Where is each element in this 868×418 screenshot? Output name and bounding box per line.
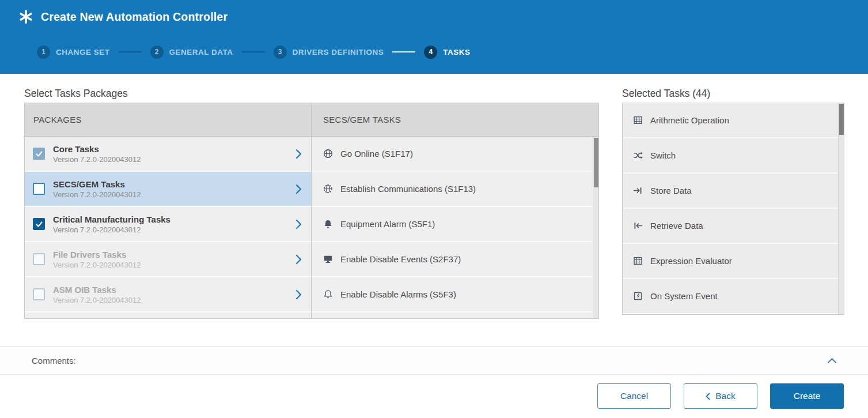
step-1-label: CHANGE SET <box>56 48 110 57</box>
task-label: Establish Communications (S1F13) <box>340 184 476 194</box>
comments-label: Comments: <box>32 356 76 366</box>
retrieve-data-icon <box>633 221 643 231</box>
tasks-scrollbar[interactable] <box>593 137 598 318</box>
task-row-partial <box>312 312 598 318</box>
step-2-circle: 2 <box>150 46 164 59</box>
chevron-right-icon[interactable] <box>295 219 304 229</box>
step-general-data[interactable]: 2 GENERAL DATA <box>150 46 233 59</box>
footer: Comments: Cancel Back Create <box>0 346 868 418</box>
cancel-button[interactable]: Cancel <box>597 383 671 409</box>
table-body: Core Tasks Version 7.2.0-2020043012 SECS… <box>25 137 598 318</box>
step-connector <box>392 51 415 52</box>
packages-table: PACKAGES SECS/GEM TASKS Core Tasks Versi… <box>24 103 599 319</box>
selected-tasks-scrollbar-thumb[interactable] <box>839 104 844 135</box>
step-1-circle: 1 <box>37 46 50 59</box>
cancel-button-label: Cancel <box>620 391 648 401</box>
asterisk-icon <box>19 10 33 24</box>
step-tasks[interactable]: 4 TASKS <box>424 46 470 59</box>
selected-task-label: Retrieve Data <box>650 221 703 231</box>
task-label: Enable Disable Events (S2F37) <box>340 254 461 264</box>
package-text: File Drivers Tasks Version 7.2.0-2020043… <box>53 250 141 269</box>
selected-task-on-system-event[interactable]: On System Event <box>623 279 844 314</box>
chevron-up-icon[interactable] <box>825 355 839 366</box>
package-row-partial <box>25 312 311 318</box>
package-row-asm-oib-tasks[interactable]: ASM OIB Tasks Version 7.2.0-2020043012 <box>25 277 311 312</box>
checkbox-asm-oib-tasks[interactable] <box>33 288 45 300</box>
back-button[interactable]: Back <box>684 383 757 409</box>
selected-task-label: Arithmetic Operation <box>650 115 729 125</box>
task-label: Enable Disable Alarms (S5F3) <box>340 289 456 299</box>
package-name: ASM OIB Tasks <box>53 285 141 295</box>
task-row-enable-disable-events[interactable]: Enable Disable Events (S2F37) <box>312 242 598 277</box>
package-row-critical-manufacturing-tasks[interactable]: Critical Manufacturing Tasks Version 7.2… <box>25 207 311 242</box>
package-version: Version 7.2.0-2020043012 <box>53 296 141 304</box>
back-button-label: Back <box>715 391 735 401</box>
selected-task-expression-evaluator[interactable]: Expression Evaluator <box>623 244 844 279</box>
wizard-header: Create New Automation Controller 1 CHANG… <box>0 0 868 74</box>
checkbox-file-drivers-tasks[interactable] <box>33 253 45 265</box>
package-version: Version 7.2.0-2020043012 <box>53 225 170 234</box>
checkbox-core-tasks[interactable] <box>33 148 45 160</box>
create-button[interactable]: Create <box>770 383 844 409</box>
selected-tasks-title: Selected Tasks (44) <box>622 88 710 100</box>
system-event-icon <box>633 291 643 301</box>
chevron-right-icon[interactable] <box>295 184 304 194</box>
chevron-right-icon[interactable] <box>295 149 304 159</box>
package-version: Version 7.2.0-2020043012 <box>53 155 141 164</box>
monitor-icon <box>323 254 333 264</box>
package-text: Critical Manufacturing Tasks Version 7.2… <box>53 214 170 234</box>
selected-task-label: On System Event <box>650 291 718 301</box>
package-version: Version 7.2.0-2020043012 <box>53 261 141 269</box>
tasks-column: Go Online (S1F17) Establish Communicatio… <box>311 137 598 318</box>
wizard-steps: 1 CHANGE SET 2 GENERAL DATA 3 DRIVERS DE… <box>37 45 471 59</box>
package-name: Critical Manufacturing Tasks <box>53 214 170 224</box>
task-row-equipment-alarm[interactable]: Equipment Alarm (S5F1) <box>312 207 598 242</box>
page-title: Create New Automation Controller <box>41 10 228 24</box>
package-row-secs-gem-tasks[interactable]: SECS/GEM Tasks Version 7.2.0-2020043012 <box>25 172 311 207</box>
table-grid-icon <box>633 115 643 125</box>
selected-tasks-scrollbar[interactable] <box>838 103 844 314</box>
task-label: Go Online (S1F17) <box>340 149 413 159</box>
step-4-label: TASKS <box>443 48 470 57</box>
selected-task-retrieve-data[interactable]: Retrieve Data <box>623 209 844 244</box>
checkbox-critical-manufacturing-tasks[interactable] <box>33 218 45 230</box>
column-header-packages: PACKAGES <box>25 103 311 136</box>
globe-icon <box>323 149 333 159</box>
step-change-set[interactable]: 1 CHANGE SET <box>37 46 110 59</box>
package-row-core-tasks[interactable]: Core Tasks Version 7.2.0-2020043012 <box>25 137 311 172</box>
package-name: Core Tasks <box>53 144 141 154</box>
selected-task-arithmetic-operation[interactable]: Arithmetic Operation <box>623 103 844 138</box>
packages-column: Core Tasks Version 7.2.0-2020043012 SECS… <box>25 137 311 318</box>
task-row-establish-communications[interactable]: Establish Communications (S1F13) <box>312 172 598 207</box>
alarm-bell-icon <box>323 219 333 229</box>
checkbox-secs-gem-tasks[interactable] <box>33 183 45 195</box>
step-3-circle: 3 <box>274 46 287 59</box>
shuffle-icon <box>633 150 643 160</box>
step-3-label: DRIVERS DEFINITIONS <box>293 48 384 57</box>
selected-task-switch[interactable]: Switch <box>623 138 844 174</box>
step-drivers-definitions[interactable]: 3 DRIVERS DEFINITIONS <box>274 46 384 59</box>
task-row-enable-disable-alarms[interactable]: Enable Disable Alarms (S5F3) <box>312 277 598 312</box>
create-button-label: Create <box>794 391 821 401</box>
column-header-secs-gem-tasks: SECS/GEM TASKS <box>311 103 598 136</box>
chevron-right-icon[interactable] <box>295 254 304 265</box>
selected-task-label: Switch <box>650 150 676 160</box>
package-name: SECS/GEM Tasks <box>53 179 141 189</box>
step-connector <box>242 51 265 52</box>
selected-task-store-data[interactable]: Store Data <box>623 174 844 209</box>
chevron-right-icon[interactable] <box>295 289 304 300</box>
store-data-icon <box>633 186 643 195</box>
task-row-go-online[interactable]: Go Online (S1F17) <box>312 137 598 172</box>
step-connector <box>119 51 142 52</box>
table-header: PACKAGES SECS/GEM TASKS <box>25 103 598 137</box>
package-version: Version 7.2.0-2020043012 <box>53 190 141 199</box>
selected-tasks-list: Arithmetic Operation Switch Store Data R… <box>622 103 844 315</box>
package-text: SECS/GEM Tasks Version 7.2.0-2020043012 <box>53 179 141 199</box>
tasks-scrollbar-thumb[interactable] <box>594 138 598 187</box>
package-text: ASM OIB Tasks Version 7.2.0-2020043012 <box>53 285 141 304</box>
globe-network-icon <box>323 184 333 194</box>
task-label: Equipment Alarm (S5F1) <box>340 219 435 229</box>
table-grid-icon <box>633 256 643 266</box>
selected-task-label: Expression Evaluator <box>650 256 732 266</box>
package-row-file-drivers-tasks[interactable]: File Drivers Tasks Version 7.2.0-2020043… <box>25 242 311 277</box>
